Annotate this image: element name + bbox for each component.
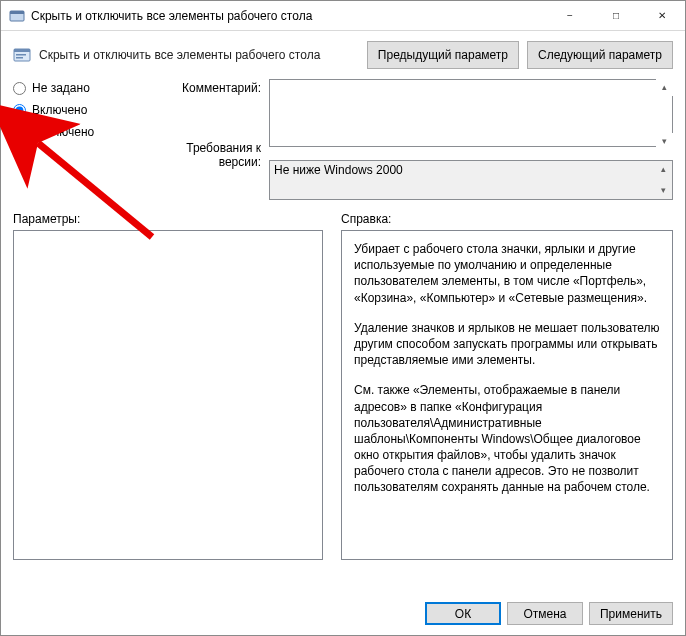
radio-disabled[interactable]: Отключено	[13, 125, 133, 139]
toolbar: Скрыть и отключить все элементы рабочего…	[1, 31, 685, 75]
section-headers: Параметры: Справка:	[1, 208, 685, 230]
radio-enabled[interactable]: Включено	[13, 103, 133, 117]
radio-label: Не задано	[32, 81, 90, 95]
titlebar: Скрыть и отключить все элементы рабочего…	[1, 1, 685, 31]
requirements-box: Не ниже Windows 2000 ▴ ▾	[269, 160, 673, 200]
scrollbar: ▴ ▾	[656, 79, 673, 150]
ok-button[interactable]: ОК	[425, 602, 501, 625]
svg-rect-3	[14, 49, 30, 52]
radio-not-configured-input[interactable]	[13, 82, 26, 95]
help-paragraph: Убирает с рабочего стола значки, ярлыки …	[354, 241, 660, 306]
minimize-button[interactable]: −	[547, 1, 593, 31]
radio-enabled-input[interactable]	[13, 104, 26, 117]
gpo-policy-dialog: Скрыть и отключить все элементы рабочего…	[0, 0, 686, 636]
titlebar-controls: − □ ✕	[547, 1, 685, 31]
field-labels: Комментарий: Требования к версии:	[141, 79, 261, 200]
titlebar-title: Скрыть и отключить все элементы рабочего…	[31, 9, 312, 23]
svg-rect-4	[16, 54, 26, 56]
scroll-down-icon[interactable]: ▾	[656, 133, 673, 150]
settings-area: Не задано Включено Отключено Комментарий…	[1, 75, 685, 208]
options-label: Параметры:	[13, 212, 323, 226]
next-setting-button[interactable]: Следующий параметр	[527, 41, 673, 69]
help-label: Справка:	[341, 212, 673, 226]
help-panel: Убирает с рабочего стола значки, ярлыки …	[341, 230, 673, 560]
policy-icon	[13, 46, 31, 64]
svg-rect-1	[10, 11, 24, 14]
panels: Убирает с рабочего стола значки, ярлыки …	[1, 230, 685, 592]
state-radio-group: Не задано Включено Отключено	[13, 79, 133, 200]
radio-label: Включено	[32, 103, 87, 117]
svg-rect-5	[16, 57, 23, 59]
dialog-buttons: ОК Отмена Применить	[1, 592, 685, 635]
help-paragraph: Удаление значков и ярлыков не мешает пол…	[354, 320, 660, 369]
comment-label: Комментарий:	[141, 81, 261, 95]
radio-label: Отключено	[32, 125, 94, 139]
scroll-down-icon[interactable]: ▾	[655, 182, 672, 199]
field-inputs: ▴ ▾ Не ниже Windows 2000 ▴ ▾	[269, 79, 673, 200]
apply-button[interactable]: Применить	[589, 602, 673, 625]
radio-disabled-input[interactable]	[13, 126, 26, 139]
options-panel	[13, 230, 323, 560]
policy-title: Скрыть и отключить все элементы рабочего…	[39, 48, 320, 62]
maximize-button[interactable]: □	[593, 1, 639, 31]
cancel-button[interactable]: Отмена	[507, 602, 583, 625]
scroll-up-icon[interactable]: ▴	[655, 161, 672, 178]
previous-setting-button[interactable]: Предыдущий параметр	[367, 41, 519, 69]
scroll-up-icon[interactable]: ▴	[656, 79, 673, 96]
close-button[interactable]: ✕	[639, 1, 685, 31]
requirements-text: Не ниже Windows 2000	[274, 163, 403, 177]
requirements-label: Требования к версии:	[141, 141, 261, 169]
app-icon	[9, 8, 25, 24]
help-paragraph: См. также «Элементы, отображаемые в пане…	[354, 382, 660, 495]
comment-textarea[interactable]	[269, 79, 673, 147]
radio-not-configured[interactable]: Не задано	[13, 81, 133, 95]
scrollbar: ▴ ▾	[655, 161, 672, 199]
